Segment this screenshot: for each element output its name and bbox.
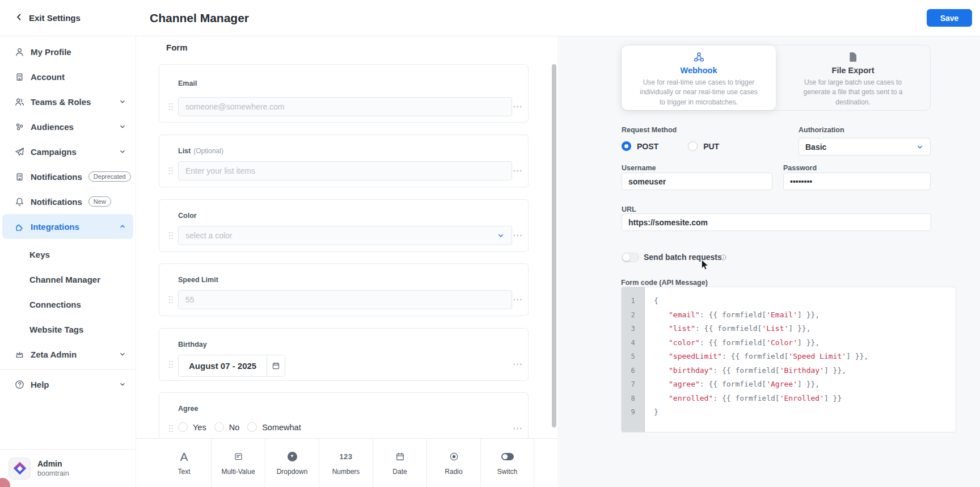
drag-handle-icon[interactable] <box>166 296 176 304</box>
sidebar-item-account[interactable]: Account <box>0 64 136 89</box>
form-builder-panel: Form EmailList(Optional)Colorselect a co… <box>136 36 557 487</box>
toolbar-multi-value-button[interactable]: Multi-Value <box>211 439 265 487</box>
field-overflow-menu-icon[interactable] <box>513 170 522 173</box>
password-input[interactable] <box>783 173 931 190</box>
radio-yes[interactable] <box>178 422 188 432</box>
username-input[interactable] <box>622 173 772 190</box>
chevron-down-icon <box>497 232 505 240</box>
form-field-card-list: List(Optional) <box>159 135 529 187</box>
chevron-down-icon <box>119 148 126 156</box>
field-overflow-menu-icon[interactable] <box>513 106 522 108</box>
scrollbar-thumb[interactable] <box>552 64 556 427</box>
radio-option-label: Somewhat <box>262 423 301 432</box>
list-input[interactable] <box>178 161 512 180</box>
sidebar-item-notifications[interactable]: NotificationsDeprecated <box>0 164 136 189</box>
code-line: "color": {{ formfield['Color'] }}, <box>654 336 956 350</box>
authorization-value: Basic <box>805 142 826 152</box>
url-input[interactable] <box>622 213 931 231</box>
sidebar-subitem-connections[interactable]: Connections <box>0 292 136 317</box>
drag-handle-icon[interactable] <box>166 425 176 433</box>
dropdown-icon: ▼ <box>288 450 297 463</box>
toolbar-dropdown-button[interactable]: ▼Dropdown <box>265 439 319 487</box>
toolbar-item-label: Dropdown <box>277 468 308 476</box>
toolbar-switch-button[interactable]: Switch <box>480 439 534 487</box>
line-number: 2 <box>622 308 644 322</box>
drag-handle-icon[interactable] <box>166 103 176 111</box>
calendar-icon[interactable] <box>267 355 285 376</box>
save-button[interactable]: Save <box>927 9 972 27</box>
sidebar-item-label: Help <box>31 380 49 389</box>
user-account-block[interactable]: Admin boomtrain <box>0 449 136 487</box>
radio-icon <box>449 450 459 463</box>
speed-limit-input[interactable] <box>178 290 512 309</box>
sidebar-item-audiences[interactable]: Audiences <box>0 114 136 139</box>
file-icon <box>847 48 859 63</box>
sidebar-item-zeta-admin[interactable]: Zeta Admin <box>0 342 136 367</box>
sidebar-item-campaigns[interactable]: Campaigns <box>0 139 136 164</box>
agree-radio-group: YesNoSomewhat <box>178 422 512 432</box>
channel-type-title: File Export <box>832 66 875 75</box>
email-input[interactable] <box>178 97 512 116</box>
date-value: August 07 - 2025 <box>179 355 267 376</box>
exit-settings-button[interactable]: Exit Settings <box>15 0 81 36</box>
method-radio-put[interactable] <box>688 141 698 151</box>
radio-somewhat[interactable] <box>247 422 257 432</box>
sidebar-subitem-channel-manager[interactable]: Channel Manager <box>0 267 136 292</box>
form-code-label: Form code (API Message) <box>621 279 708 287</box>
method-radio-post[interactable] <box>622 141 631 151</box>
authorization-select[interactable]: Basic <box>799 138 931 156</box>
field-input-row: YesNoSomewhat <box>178 419 512 432</box>
sidebar-item-label: My Profile <box>31 47 71 57</box>
sidebar-item-teams-roles[interactable]: Teams & Roles <box>0 89 136 114</box>
toolbar-item-label: Text <box>178 468 190 476</box>
form-code-editor[interactable]: 123456789 {"email": {{ formfield['Email'… <box>621 287 956 433</box>
field-overflow-menu-icon[interactable] <box>513 234 522 237</box>
channel-type-description: Use for real-time use cases to trigger i… <box>636 78 761 107</box>
channel-type-webhook[interactable]: WebhookUse for real-time use cases to tr… <box>622 45 776 110</box>
sidebar-item-label: Teams & Roles <box>31 97 91 107</box>
toolbar-date-button[interactable]: Date <box>373 439 426 487</box>
exit-settings-label: Exit Settings <box>29 13 81 23</box>
info-icon[interactable] <box>720 254 727 261</box>
drag-handle-icon[interactable] <box>166 360 176 368</box>
code-content[interactable]: {"email": {{ formfield['Email'] }},"list… <box>645 287 956 432</box>
sidebar-item-integrations[interactable]: Integrations <box>2 214 133 239</box>
sidebar-subitem-keys[interactable]: Keys <box>0 242 136 267</box>
channel-type-title: Webhook <box>681 66 717 75</box>
page-title: Channel Manager <box>150 0 249 36</box>
color-select[interactable]: select a color <box>178 226 512 245</box>
multivalue-icon <box>234 450 243 463</box>
field-input-row <box>178 161 512 180</box>
sidebar-nav: My ProfileAccountTeams & RolesAudiencesC… <box>0 39 136 397</box>
toolbar-text-button[interactable]: AText <box>157 439 211 487</box>
channel-type-file-export[interactable]: File ExportUse for large batch use cases… <box>776 45 930 110</box>
form-field-card-speed-limit: Speed Limit <box>159 263 529 316</box>
sidebar-subitem-website-tags[interactable]: Website Tags <box>0 317 136 342</box>
line-number: 6 <box>622 364 644 378</box>
form-field-card-email: Email <box>159 64 529 123</box>
toolbar-item-label: Radio <box>445 468 462 476</box>
field-overflow-menu-icon[interactable] <box>513 299 522 301</box>
integrations-submenu: KeysChannel ManagerConnectionsWebsite Ta… <box>0 242 136 342</box>
toolbar-item-label: Numbers <box>332 468 360 476</box>
birthday-date-picker[interactable]: August 07 - 2025 <box>178 355 285 377</box>
chevron-down-icon <box>119 98 126 106</box>
method-option-label: PUT <box>703 142 719 151</box>
toolbar-radio-button[interactable]: Radio <box>426 439 480 487</box>
sidebar-item-notifications[interactable]: NotificationsNew <box>0 189 136 214</box>
toolbar-numbers-button[interactable]: 123Numbers <box>319 439 373 487</box>
code-line-numbers: 123456789 <box>622 287 645 432</box>
drag-handle-icon[interactable] <box>166 167 176 175</box>
field-label: Birthday <box>178 341 207 349</box>
send-batch-label: Send batch requests <box>644 253 722 262</box>
send-batch-toggle[interactable] <box>622 253 639 262</box>
password-label: Password <box>783 164 817 172</box>
field-overflow-menu-icon[interactable] <box>513 427 522 430</box>
optional-tag: (Optional) <box>193 147 223 155</box>
drag-handle-icon[interactable] <box>166 232 176 240</box>
field-overflow-menu-icon[interactable] <box>513 363 522 366</box>
radio-no[interactable] <box>214 422 224 432</box>
sidebar-item-my-profile[interactable]: My Profile <box>0 39 136 64</box>
sidebar-item-help[interactable]: Help <box>0 372 136 397</box>
field-label: List(Optional) <box>178 147 223 155</box>
